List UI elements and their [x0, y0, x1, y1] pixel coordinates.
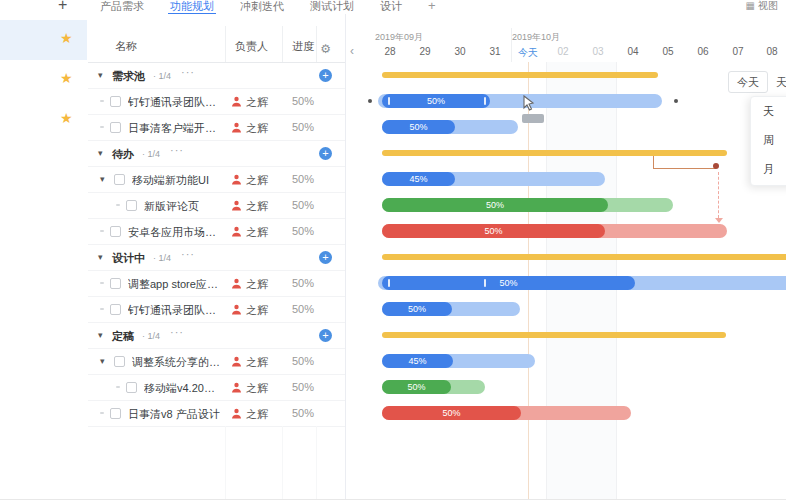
avatar	[231, 200, 246, 213]
gantt-task-bar[interactable]: 50%	[382, 120, 518, 134]
caret-down-icon[interactable]: ▾	[100, 174, 105, 184]
add-tab-button[interactable]: +	[426, 0, 438, 15]
group-row[interactable]: ▾待办· 1/4···+	[88, 141, 345, 167]
add-task-button[interactable]: +	[319, 251, 332, 264]
caret-down-icon[interactable]: ▾	[100, 356, 105, 366]
task-row[interactable]: 钉钉通讯录团队的条件...之辉50%	[88, 89, 345, 115]
bar-resize-handle[interactable]	[388, 279, 390, 287]
task-row[interactable]: 安卓各应用市场截图尺寸之辉50%	[88, 219, 345, 245]
add-task-button[interactable]: +	[319, 147, 332, 160]
drag-handle[interactable]	[100, 230, 104, 232]
gantt-group-bar[interactable]	[382, 332, 726, 338]
gantt-group-bar[interactable]	[382, 72, 658, 78]
avatar	[231, 122, 246, 135]
task-row[interactable]: 移动端v4.20设计之辉50%	[88, 375, 345, 401]
bar-resize-handle[interactable]	[484, 97, 486, 105]
bar-endpoint-dot[interactable]	[368, 99, 372, 103]
gantt-task-bar[interactable]: 45%	[382, 172, 605, 186]
day-label: 04	[618, 46, 648, 57]
task-row[interactable]: 日事清v8 产品设计之辉50%	[88, 401, 345, 427]
task-checkbox[interactable]	[114, 174, 125, 185]
tab-item[interactable]: 测试计划	[308, 0, 356, 15]
drag-handle[interactable]	[100, 100, 104, 102]
task-checkbox[interactable]	[110, 278, 121, 289]
task-row[interactable]: ▾调整系统分享的设计图之辉50%	[88, 349, 345, 375]
task-checkbox[interactable]	[114, 356, 125, 367]
dependency-dot	[713, 163, 719, 169]
bar-resize-handle[interactable]	[484, 279, 486, 287]
task-row[interactable]: 调整app store应用截图...之辉50%	[88, 271, 345, 297]
more-menu-icon[interactable]: ···	[170, 326, 184, 338]
task-checkbox[interactable]	[110, 304, 121, 315]
bar-progress-label: 50%	[382, 122, 455, 132]
task-row[interactable]: 日事清客户端开机屏之辉50%	[88, 115, 345, 141]
gantt-task-bar[interactable]: 50%	[382, 302, 520, 316]
gantt-group-bar[interactable]	[382, 150, 727, 156]
group-row[interactable]: ▾定稿· 1/4···+	[88, 323, 345, 349]
dropdown-item-月[interactable]: 月	[751, 155, 786, 184]
add-task-button[interactable]: +	[319, 329, 332, 342]
drag-handle[interactable]	[100, 126, 104, 128]
caret-down-icon[interactable]: ▾	[98, 70, 103, 80]
drag-handle[interactable]	[100, 308, 104, 310]
task-row[interactable]: 钉钉通讯录团队的条件.之辉50%	[88, 297, 345, 323]
caret-down-icon[interactable]: ▾	[98, 252, 103, 262]
dropdown-item-周[interactable]: 周	[751, 126, 786, 155]
more-menu-icon[interactable]: ···	[181, 248, 195, 260]
gantt-task-bar-fill: 50%	[382, 380, 451, 394]
drag-handle[interactable]	[100, 412, 104, 414]
task-checkbox[interactable]	[110, 96, 121, 107]
more-menu-icon[interactable]: ···	[181, 66, 195, 78]
add-task-button[interactable]: +	[319, 69, 332, 82]
more-menu-icon[interactable]: ···	[170, 144, 184, 156]
drag-handle[interactable]	[116, 204, 120, 206]
group-row[interactable]: ▾需求池· 1/4···+	[88, 63, 345, 89]
gantt-task-bar[interactable]: 50%	[382, 198, 673, 212]
task-checkbox[interactable]	[110, 226, 121, 237]
bar-endpoint-dot[interactable]	[674, 99, 678, 103]
task-row[interactable]: 新版评论页之辉50%	[88, 193, 345, 219]
owner-cell: 之辉	[231, 381, 268, 396]
task-checkbox[interactable]	[126, 382, 137, 393]
owner-cell: 之辉	[231, 173, 268, 188]
progress-value: 50%	[292, 381, 314, 393]
gantt-task-bar[interactable]: 50%	[382, 224, 727, 238]
dropdown-item-天[interactable]: 天	[751, 97, 786, 126]
caret-down-icon[interactable]: ▾	[98, 148, 103, 158]
task-checkbox[interactable]	[110, 122, 121, 133]
gantt-task-bar[interactable]: 50%	[382, 406, 631, 420]
scroll-to-today-button[interactable]: 今天	[728, 71, 768, 93]
gantt-body: 50%50%45%50%50%50%50%45%50%50%	[358, 62, 786, 499]
dependency-arrow	[715, 218, 723, 223]
gantt-task-bar[interactable]: 50%	[382, 380, 485, 394]
view-button[interactable]: ▦视图	[746, 0, 778, 12]
tab-item[interactable]: 设计	[378, 0, 404, 15]
group-name: 定稿	[112, 329, 134, 344]
tab-item[interactable]: 产品需求	[98, 0, 146, 15]
add-project-button[interactable]: +	[58, 0, 67, 14]
drag-handle[interactable]	[100, 282, 104, 284]
task-checkbox[interactable]	[126, 200, 137, 211]
tab-item[interactable]: 冲刺迭代	[238, 0, 286, 15]
task-row[interactable]: ▾移动端新功能UI之辉50%	[88, 167, 345, 193]
group-row[interactable]: ▾设计中· 1/4···+	[88, 245, 345, 271]
avatar	[231, 278, 246, 291]
rail-project-item[interactable]: ★	[0, 60, 87, 100]
gantt-task-bar-fill: 50%	[382, 406, 521, 420]
rail-project-item[interactable]: ★	[0, 20, 87, 60]
gantt-task-bar[interactable]: 50%	[378, 276, 786, 290]
gantt-group-bar[interactable]	[382, 254, 786, 260]
bar-resize-handle[interactable]	[388, 97, 390, 105]
task-checkbox[interactable]	[110, 408, 121, 419]
drag-handle[interactable]	[116, 386, 120, 388]
tab-active[interactable]: 功能规划	[168, 0, 216, 15]
gantt-task-bar[interactable]: 45%	[382, 354, 535, 368]
avatar	[231, 96, 246, 109]
group-count: · 1/4	[142, 149, 160, 159]
gear-icon[interactable]: ⚙	[320, 42, 331, 56]
zoom-scale-button[interactable]: 天	[776, 75, 786, 90]
collapse-table-button[interactable]: ‹	[350, 44, 354, 58]
caret-down-icon[interactable]: ▾	[98, 330, 103, 340]
rail-project-item[interactable]: ★	[0, 100, 87, 140]
bar-progress-label: 50%	[382, 226, 605, 236]
